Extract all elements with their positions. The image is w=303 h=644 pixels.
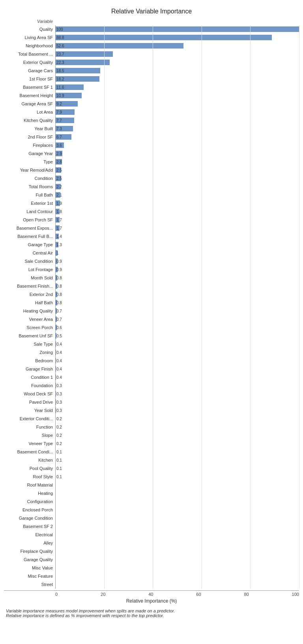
- bar: 0.1: [55, 466, 56, 471]
- row-label: Lot Frontage: [4, 267, 55, 272]
- x-tick-label: 20: [101, 592, 105, 597]
- row-label: Total Basement ...: [4, 52, 55, 56]
- row-label: Roof Style: [4, 474, 55, 479]
- bar-area: [55, 539, 299, 547]
- bar: 1.7: [55, 217, 60, 223]
- row-label: Condition: [4, 176, 55, 181]
- bar-value: 0.9: [56, 259, 62, 264]
- bar-area: [55, 506, 299, 514]
- x-tick-label: 0: [55, 592, 58, 597]
- bar-area: 100: [55, 25, 299, 33]
- bar: 0.1: [55, 457, 56, 463]
- bar-value: 11.6: [56, 85, 64, 90]
- bar: 0.1: [55, 474, 56, 479]
- row-label: Exterior 2nd: [4, 292, 55, 297]
- bar: 1.8: [55, 209, 60, 214]
- bar-area: 1.4: [55, 232, 299, 240]
- row-label: Garage Finish: [4, 367, 55, 371]
- bar: 0.4: [55, 374, 56, 380]
- bar: 0.8: [55, 300, 57, 305]
- bar-area: 1.7: [55, 216, 299, 224]
- row-label: Year Sold: [4, 408, 55, 413]
- bar-value: 0.4: [56, 367, 62, 371]
- bar: 0.8: [55, 275, 57, 281]
- table-row: Basement SF 111.6: [4, 83, 299, 91]
- bar-area: 0.1: [55, 448, 299, 456]
- row-label: 1st Floor SF: [4, 77, 55, 81]
- table-row: Bedroom0.4: [4, 357, 299, 365]
- table-row: 1st Floor SF18.2: [4, 75, 299, 83]
- bar-area: 22.3: [55, 58, 299, 66]
- bar: 10.9: [55, 93, 82, 98]
- bar-area: 0.8: [55, 290, 299, 298]
- table-row: Exterior 1st1.9: [4, 199, 299, 207]
- bar: 0.3: [55, 391, 56, 397]
- bar: [55, 582, 56, 587]
- row-label: Quality: [4, 27, 55, 32]
- x-tick-label: 100: [292, 592, 299, 597]
- bar-area: 0.7: [55, 315, 299, 323]
- bar-area: 0.2: [55, 440, 299, 447]
- row-label: Misc Value: [4, 565, 55, 570]
- bar-area: 0.1: [55, 464, 299, 472]
- bar-value: 1.3: [56, 243, 62, 247]
- table-row: Screen Porch0.6: [4, 324, 299, 331]
- table-row: Roof Material: [4, 481, 299, 489]
- row-label: Condition 1: [4, 375, 55, 380]
- table-row: Land Contour1.8: [4, 208, 299, 215]
- bar: 52.6: [55, 43, 183, 49]
- bar-value: 0.3: [56, 400, 62, 404]
- bar: [55, 515, 56, 521]
- row-label: Function: [4, 425, 55, 429]
- chart-header: Variable: [4, 19, 299, 24]
- table-row: Basement Condi...0.1: [4, 448, 299, 456]
- bar-value: 0.9: [56, 268, 62, 272]
- bar-value: 0.1: [56, 475, 62, 479]
- bar-area: 0.9: [55, 266, 299, 273]
- table-row: Garage Type1.3: [4, 241, 299, 249]
- bar-area: [55, 514, 299, 522]
- bar-value: 2.5: [56, 168, 62, 172]
- bar-value: 0.8: [56, 292, 62, 297]
- bar-value: 0.2: [56, 442, 62, 446]
- bar-area: 10.9: [55, 92, 299, 99]
- bar-value: 0.8: [56, 284, 62, 288]
- bar: 0.6: [55, 325, 57, 330]
- table-row: Garage Year2.9: [4, 150, 299, 157]
- bar-value: 0.3: [56, 392, 62, 396]
- row-label: Basement Unf SF: [4, 333, 55, 338]
- table-row: Basement Full B...1.4: [4, 232, 299, 240]
- row-label: Garage Cars: [4, 68, 55, 73]
- bar: 18.5: [55, 68, 100, 73]
- table-row: Electrical: [4, 531, 299, 539]
- grid-line: [299, 25, 299, 589]
- table-row: Kitchen0.1: [4, 456, 299, 464]
- table-row: Basement SF 2: [4, 522, 299, 530]
- bar-area: 18.5: [55, 67, 299, 75]
- bar-area: 1.7: [55, 224, 299, 232]
- table-row: Garage Condition: [4, 514, 299, 522]
- table-row: Paved Drive0.3: [4, 398, 299, 406]
- bar-area: 7.9: [55, 108, 299, 116]
- bar-area: [55, 564, 299, 572]
- bar: [55, 524, 56, 529]
- footnote: Variable importance measures model impro…: [4, 608, 299, 618]
- bar-area: 9.2: [55, 100, 299, 108]
- footnote-line1: Variable importance measures model impro…: [6, 608, 175, 613]
- bar: 2.1: [55, 192, 60, 198]
- row-label: Fireplace Quality: [4, 549, 55, 554]
- bar: 0.9: [55, 258, 58, 264]
- bar: 1.7: [55, 225, 60, 231]
- bar-value: 18.5: [56, 69, 64, 73]
- table-row: Heating Quality0.7: [4, 307, 299, 315]
- bar-value: 0.3: [56, 384, 62, 388]
- bar-value: 0.7: [56, 317, 62, 322]
- row-label: Configuration: [4, 499, 55, 504]
- x-tick-label: 60: [196, 592, 201, 597]
- bar-area: [55, 556, 299, 564]
- bar-value: 0.4: [56, 350, 62, 355]
- bar-value: 2.2: [56, 185, 62, 189]
- table-row: Basement Finish...0.8: [4, 282, 299, 290]
- bar: 0.7: [55, 308, 57, 314]
- bar-area: [55, 580, 299, 588]
